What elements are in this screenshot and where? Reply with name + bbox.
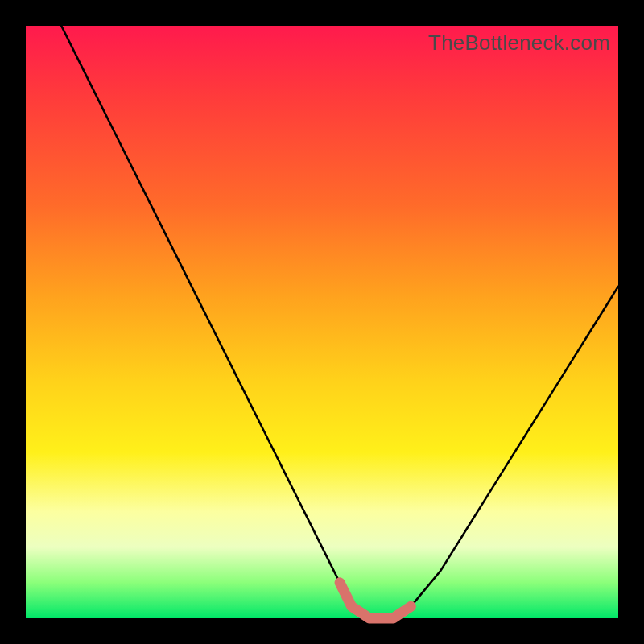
bottleneck-curve	[61, 26, 618, 618]
plot-area: TheBottleneck.com	[26, 26, 618, 618]
flat-bottom-highlight	[340, 583, 411, 618]
curve-layer	[26, 26, 618, 618]
chart-frame: TheBottleneck.com	[0, 0, 644, 644]
